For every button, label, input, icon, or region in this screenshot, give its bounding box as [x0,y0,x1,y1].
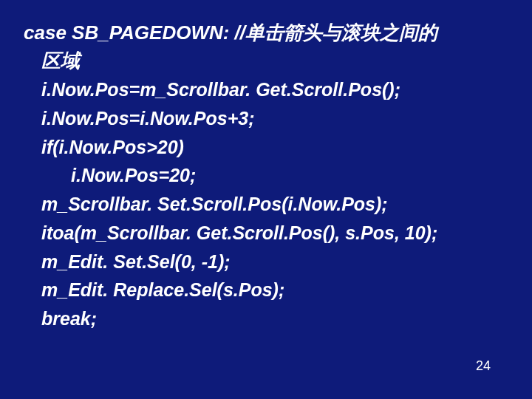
page-number: 24 [476,358,491,374]
code-l4: i.Now.Pos=20; [24,161,517,190]
code-l2: i.Now.Pos=i.Now.Pos+3; [24,104,517,133]
slide: case SB_PAGEDOWN: //单击箭头与滚块之间的 区域 i.Now.… [0,0,532,399]
comment-tail: 区域 [24,46,517,75]
case-label: case SB_PAGEDOWN: [24,21,229,44]
code-l7: m_Edit. Set.Sel(0, -1); [24,248,517,276]
code-l5: m_Scrollbar. Set.Scroll.Pos(i.Now.Pos); [24,190,517,219]
comment-head: //单击箭头与滚块之间的 [229,21,437,44]
code-l3: if(i.Now.Pos>20) [24,133,517,162]
code-l6: itoa(m_Scrollbar. Get.Scroll.Pos(), s.Po… [24,219,517,248]
case-line: case SB_PAGEDOWN: //单击箭头与滚块之间的 [24,21,517,46]
code-l9: break; [24,304,517,333]
code-block: case SB_PAGEDOWN: //单击箭头与滚块之间的 区域 i.Now.… [15,21,517,333]
code-l1: i.Now.Pos=m_Scrollbar. Get.Scroll.Pos(); [24,75,517,104]
code-l8: m_Edit. Replace.Sel(s.Pos); [24,276,517,304]
